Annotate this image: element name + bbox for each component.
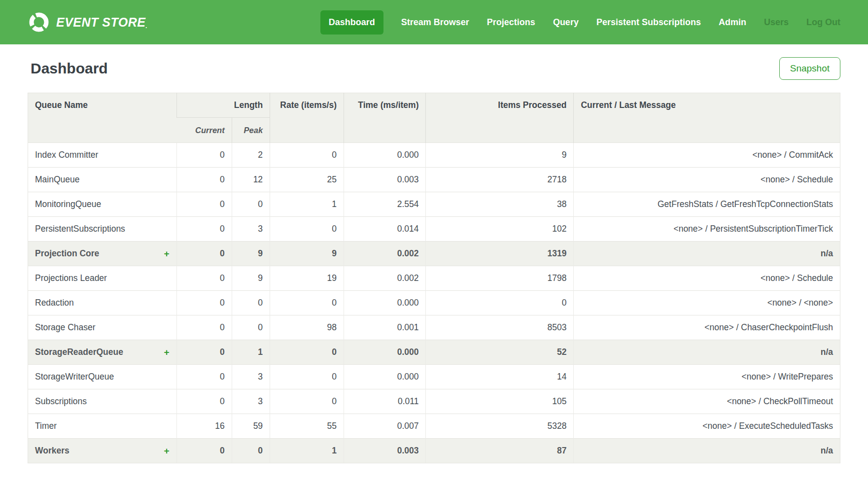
nav-item-log-out[interactable]: Log Out	[806, 17, 840, 28]
table-row: Storage Chaser 0 0 98 0.001 8503 <none> …	[28, 315, 840, 340]
peak-length-cell: 9	[232, 242, 270, 266]
queue-name-cell: StorageReaderQueue +	[28, 340, 177, 365]
table-row: Projection Core + 0 9 9 0.002 1319 n/a	[28, 242, 840, 266]
table-row: Index Committer 0 2 0 0.000 9 <none> / C…	[28, 143, 840, 168]
table-row: Subscriptions 0 3 0 0.011 105 <none> / C…	[28, 389, 840, 414]
queue-name-cell: Storage Chaser	[28, 315, 177, 340]
last-message-cell: <none> / CommitAck	[574, 143, 840, 168]
table-row: PersistentSubscriptions 0 3 0 0.014 102 …	[28, 217, 840, 242]
queue-name: Index Committer	[35, 150, 98, 160]
current-length-cell: 0	[176, 365, 232, 389]
queue-name-cell: Projection Core +	[28, 242, 177, 266]
queues-table-header: Queue Name Length Rate (items/s) Time (m…	[28, 93, 840, 143]
current-length-cell: 0	[176, 291, 232, 315]
last-message-cell: <none> / PersistentSubscriptionTimerTick	[574, 217, 840, 242]
brand-link[interactable]: EVENT STORE.	[28, 11, 147, 34]
expand-plus-icon[interactable]: +	[164, 347, 169, 358]
last-message-cell: GetFreshStats / GetFreshTcpConnectionSta…	[574, 192, 840, 217]
items-processed-cell: 102	[426, 217, 574, 242]
nav-item-admin[interactable]: Admin	[719, 17, 746, 28]
peak-length-cell: 3	[232, 365, 270, 389]
queue-name: PersistentSubscriptions	[35, 224, 125, 234]
page-title: Dashboard	[31, 60, 108, 77]
main-nav: Dashboard Stream Browser Projections Que…	[320, 10, 840, 35]
nav-item-persistent-subscriptions[interactable]: Persistent Subscriptions	[596, 17, 701, 28]
items-processed-cell: 2718	[426, 168, 574, 192]
queue-name-cell: Index Committer	[28, 143, 177, 168]
expand-plus-icon[interactable]: +	[164, 446, 169, 456]
items-processed-cell: 0	[426, 291, 574, 315]
nav-item-stream-browser[interactable]: Stream Browser	[401, 17, 469, 28]
peak-length-cell: 0	[232, 439, 270, 463]
time-cell: 2.554	[344, 192, 426, 217]
time-cell: 0.001	[344, 315, 426, 340]
peak-length-cell: 2	[232, 143, 270, 168]
items-processed-cell: 9	[426, 143, 574, 168]
last-message-cell: n/a	[574, 439, 840, 463]
items-processed-cell: 5328	[426, 414, 574, 439]
current-length-cell: 0	[176, 389, 232, 414]
peak-length-cell: 59	[232, 414, 270, 439]
rate-cell: 0	[270, 217, 344, 242]
items-processed-cell: 87	[426, 439, 574, 463]
nav-item-dashboard[interactable]: Dashboard	[320, 10, 383, 35]
table-row: Workers + 0 0 1 0.003 87 n/a	[28, 439, 840, 463]
queue-name-cell: Redaction	[28, 291, 177, 315]
queue-name: Redaction	[35, 298, 74, 308]
time-cell: 0.003	[344, 439, 426, 463]
rate-cell: 0	[270, 143, 344, 168]
peak-length-cell: 9	[232, 266, 270, 291]
queue-name-cell: StorageWriterQueue	[28, 365, 177, 389]
last-message-cell: <none> / Schedule	[574, 168, 840, 192]
snapshot-button[interactable]: Snapshot	[779, 57, 840, 80]
current-length-cell: 0	[176, 315, 232, 340]
items-processed-cell: 1798	[426, 266, 574, 291]
time-cell: 0.000	[344, 291, 426, 315]
current-length-cell: 0	[176, 217, 232, 242]
column-header-message: Current / Last Message	[574, 93, 840, 143]
current-length-cell: 16	[176, 414, 232, 439]
rate-cell: 0	[270, 340, 344, 365]
brand-name: EVENT STORE.	[56, 15, 147, 30]
peak-length-cell: 0	[232, 315, 270, 340]
last-message-cell: n/a	[574, 242, 840, 266]
queue-name-cell: Projections Leader	[28, 266, 177, 291]
last-message-cell: <none> / <none>	[574, 291, 840, 315]
last-message-cell: n/a	[574, 340, 840, 365]
peak-length-cell: 0	[232, 291, 270, 315]
table-row: Projections Leader 0 9 19 0.002 1798 <no…	[28, 266, 840, 291]
nav-item-query[interactable]: Query	[553, 17, 579, 28]
queue-name-cell: Timer	[28, 414, 177, 439]
queue-name-cell: MainQueue	[28, 168, 177, 192]
queue-name-cell: Subscriptions	[28, 389, 177, 414]
rate-cell: 0	[270, 389, 344, 414]
time-cell: 0.000	[344, 340, 426, 365]
items-processed-cell: 105	[426, 389, 574, 414]
rate-cell: 98	[270, 315, 344, 340]
time-cell: 0.011	[344, 389, 426, 414]
event-store-logo-icon	[28, 11, 50, 34]
peak-length-cell: 0	[232, 192, 270, 217]
nav-item-projections[interactable]: Projections	[487, 17, 535, 28]
time-cell: 0.000	[344, 143, 426, 168]
column-header-time: Time (ms/item)	[344, 93, 426, 143]
queue-name: MainQueue	[35, 174, 79, 184]
current-length-cell: 0	[176, 266, 232, 291]
table-row: Timer 16 59 55 0.007 5328 <none> / Execu…	[28, 414, 840, 439]
header-row-main: Queue Name Length Rate (items/s) Time (m…	[28, 93, 840, 118]
expand-plus-icon[interactable]: +	[164, 248, 169, 259]
queue-name: Storage Chaser	[35, 322, 96, 332]
rate-cell: 55	[270, 414, 344, 439]
time-cell: 0.002	[344, 242, 426, 266]
current-length-cell: 0	[176, 439, 232, 463]
last-message-cell: <none> / Schedule	[574, 266, 840, 291]
queue-name-cell: PersistentSubscriptions	[28, 217, 177, 242]
nav-item-users[interactable]: Users	[764, 17, 789, 28]
queues-table-body: Index Committer 0 2 0 0.000 9 <none> / C…	[28, 143, 840, 463]
items-processed-cell: 52	[426, 340, 574, 365]
current-length-cell: 0	[176, 168, 232, 192]
table-row: Redaction 0 0 0 0.000 0 <none> / <none>	[28, 291, 840, 315]
queue-name: MonitoringQueue	[35, 199, 101, 209]
time-cell: 0.003	[344, 168, 426, 192]
current-length-cell: 0	[176, 192, 232, 217]
